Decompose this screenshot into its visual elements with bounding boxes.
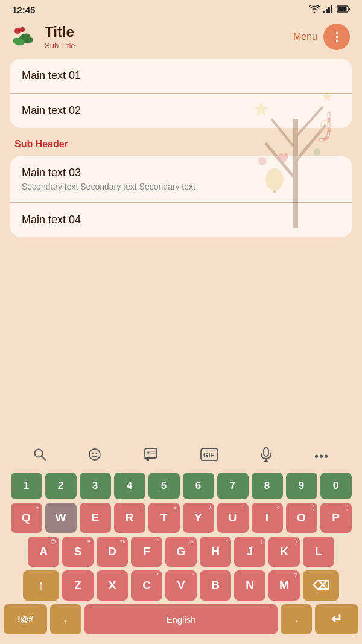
- key-5[interactable]: 5: [148, 473, 180, 499]
- key-g[interactable]: G&: [165, 537, 197, 567]
- key-c[interactable]: C": [131, 570, 162, 601]
- app-title: Title: [45, 24, 75, 40]
- svg-point-8: [20, 27, 25, 32]
- key-f[interactable]: F^: [131, 537, 162, 567]
- key-7[interactable]: 7: [217, 473, 249, 499]
- content-area: Main text 01 Main text 02 Sub Header Mai…: [0, 59, 362, 237]
- header-left: Title Sub Title: [12, 24, 75, 50]
- period-key[interactable]: .: [281, 604, 312, 634]
- keyboard-container: GIF ••• 1 2 3 4 5 6 7 8 9 0: [0, 439, 362, 644]
- status-time: 12:45: [12, 5, 35, 15]
- keyboard-toolbar: GIF •••: [0, 439, 362, 473]
- key-e[interactable]: E: [80, 503, 111, 533]
- key-s[interactable]: S#: [62, 537, 94, 567]
- key-t[interactable]: T=: [148, 503, 180, 533]
- key-d[interactable]: D%: [97, 537, 128, 567]
- key-b[interactable]: B: [200, 570, 231, 601]
- key-h[interactable]: H*: [200, 537, 231, 567]
- menu-dots-icon: ⋮: [331, 30, 343, 44]
- enter-icon: [331, 611, 342, 627]
- key-u[interactable]: U-: [217, 503, 249, 533]
- svg-point-27: [92, 453, 94, 454]
- app-logo: [12, 24, 37, 49]
- list-item-4[interactable]: Main text 04: [10, 202, 352, 237]
- key-p[interactable]: P): [320, 503, 352, 533]
- emoji-toolbar-btn[interactable]: [83, 445, 106, 467]
- asdf-row: A@ S# D% F^ G& H* J( K) L: [4, 537, 358, 567]
- key-i[interactable]: I<: [252, 503, 283, 533]
- search-toolbar-btn[interactable]: [28, 445, 51, 467]
- key-4[interactable]: 4: [114, 473, 145, 499]
- enter-key[interactable]: [315, 604, 358, 634]
- svg-rect-6: [349, 8, 350, 10]
- key-v[interactable]: V': [165, 570, 197, 601]
- zxcv-row: Z X C" V' B N M?: [4, 570, 358, 601]
- qwerty-row: Q+ W E R- T= Y/ U- I< O( P): [4, 503, 358, 533]
- list-item-3-main: Main text 03: [22, 167, 340, 179]
- key-x[interactable]: X: [97, 570, 128, 601]
- card-2: Main text 03 Secondary text Secondary te…: [10, 156, 352, 237]
- space-key[interactable]: English: [84, 604, 278, 634]
- number-row: 1 2 3 4 5 6 7 8 9 0: [4, 473, 358, 499]
- app-header: Title Sub Title Menu ⋮: [0, 18, 362, 59]
- key-8[interactable]: 8: [252, 473, 283, 499]
- key-m[interactable]: M?: [268, 570, 300, 601]
- list-item-2[interactable]: Main text 02: [10, 93, 352, 128]
- header-right: Menu ⋮: [293, 24, 350, 50]
- more-toolbar-btn[interactable]: •••: [310, 447, 334, 466]
- bottom-row: !@# , English .: [4, 604, 358, 634]
- delete-key[interactable]: [303, 570, 339, 601]
- svg-line-25: [42, 456, 45, 460]
- key-w[interactable]: W: [45, 503, 77, 533]
- key-n[interactable]: N: [234, 570, 265, 601]
- app-subtitle: Sub Title: [45, 41, 75, 50]
- svg-rect-3: [331, 5, 332, 13]
- key-o[interactable]: O(: [286, 503, 317, 533]
- key-l[interactable]: L: [303, 537, 334, 567]
- key-q[interactable]: Q+: [11, 503, 42, 533]
- key-9[interactable]: 9: [286, 473, 317, 499]
- key-0[interactable]: 0: [320, 473, 352, 499]
- svg-rect-29: [145, 448, 157, 458]
- svg-point-28: [96, 453, 98, 454]
- key-y[interactable]: Y/: [183, 503, 214, 533]
- key-k[interactable]: K): [268, 537, 300, 567]
- list-item-3[interactable]: Main text 03 Secondary text Secondary te…: [10, 156, 352, 202]
- status-bar: 12:45: [0, 0, 362, 18]
- battery-icon: [337, 5, 350, 14]
- svg-rect-1: [326, 9, 328, 13]
- svg-rect-2: [328, 7, 330, 13]
- key-6[interactable]: 6: [183, 473, 214, 499]
- list-item-1[interactable]: Main text 01: [10, 59, 352, 93]
- header-titles: Title Sub Title: [45, 24, 75, 50]
- sub-header: Sub Header: [10, 134, 352, 156]
- keyboard: 1 2 3 4 5 6 7 8 9 0 Q+ W E R- T= Y/ U- I…: [0, 473, 362, 640]
- key-1[interactable]: 1: [11, 473, 42, 499]
- menu-label[interactable]: Menu: [293, 31, 317, 42]
- signal-icon: [323, 5, 333, 15]
- delete-icon: [313, 578, 329, 593]
- symbols-key[interactable]: !@#: [4, 604, 47, 634]
- mic-toolbar-btn[interactable]: [255, 445, 277, 468]
- key-2[interactable]: 2: [45, 473, 77, 499]
- card-1: Main text 01 Main text 02: [10, 59, 352, 128]
- svg-point-26: [89, 449, 100, 460]
- key-r[interactable]: R-: [114, 503, 145, 533]
- shift-key[interactable]: [23, 570, 59, 601]
- svg-point-30: [147, 451, 150, 454]
- svg-rect-5: [338, 7, 347, 11]
- svg-point-7: [14, 28, 21, 34]
- key-z[interactable]: Z: [62, 570, 94, 601]
- sticker-toolbar-btn[interactable]: [139, 445, 163, 468]
- status-icons: [309, 5, 350, 15]
- gif-toolbar-btn[interactable]: GIF: [195, 445, 223, 467]
- svg-rect-33: [264, 448, 268, 456]
- svg-rect-0: [323, 11, 325, 13]
- list-item-3-secondary: Secondary text Secondary text Secondary …: [22, 182, 340, 191]
- key-a[interactable]: A@: [28, 537, 59, 567]
- key-3[interactable]: 3: [80, 473, 111, 499]
- svg-text:GIF: GIF: [203, 451, 215, 459]
- key-j[interactable]: J(: [234, 537, 265, 567]
- menu-button[interactable]: ⋮: [323, 24, 350, 50]
- comma-key[interactable]: ,: [50, 604, 81, 634]
